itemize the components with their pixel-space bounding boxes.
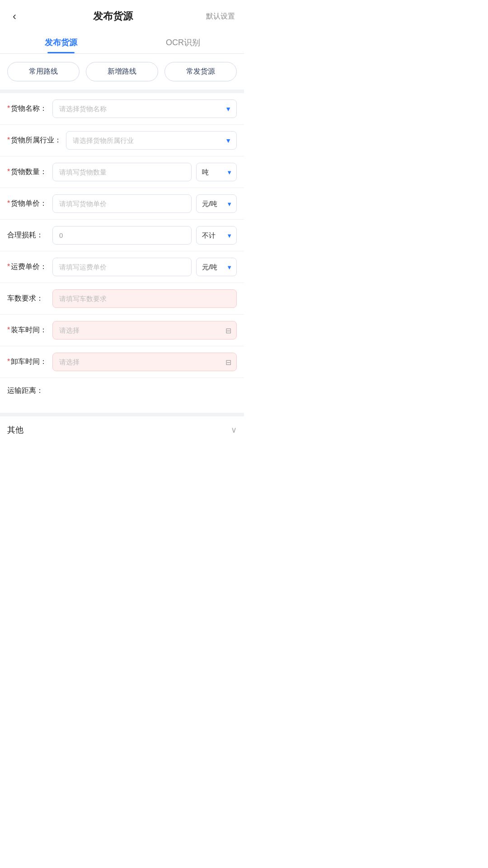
cargo-industry-label: *货物所属行业： — [7, 136, 61, 145]
transport-distance-label: 运输距离： — [7, 386, 48, 396]
cargo-quantity-input[interactable] — [52, 163, 192, 181]
load-time-label: *装车时间： — [7, 326, 48, 335]
freight-price-input-wrap — [52, 258, 192, 276]
cargo-quantity-row: *货物数量： 吨 件 箱 车 ▼ — [0, 156, 244, 188]
default-settings-button[interactable]: 默认设置 — [206, 12, 235, 21]
loss-input[interactable] — [52, 226, 192, 245]
cargo-price-input[interactable] — [52, 194, 192, 213]
back-button[interactable]: ‹ — [9, 8, 20, 24]
cargo-name-input-wrap: ▼ — [52, 99, 237, 118]
loss-label: 合理损耗： — [7, 231, 48, 240]
cargo-industry-input[interactable] — [66, 131, 237, 150]
header: ‹ 发布货源 默认设置 — [0, 0, 244, 30]
loss-row: 合理损耗： 不计 % 吨 ▼ — [0, 220, 244, 251]
cargo-industry-input-wrap: ▼ — [66, 131, 237, 150]
tab-publish[interactable]: 发布货源 — [0, 30, 122, 53]
freight-price-unit-wrap: 元/吨 元/件 元/车 ▼ — [196, 258, 237, 276]
cargo-quantity-unit-wrap: 吨 件 箱 车 ▼ — [196, 163, 237, 181]
loss-unit-select[interactable]: 不计 % 吨 — [196, 226, 237, 245]
car-count-input[interactable] — [52, 289, 237, 308]
cargo-price-label: *货物单价： — [7, 199, 48, 208]
freight-price-input[interactable] — [52, 258, 192, 276]
car-count-label: 车数要求： — [7, 294, 48, 303]
loss-input-wrap — [52, 226, 192, 245]
cargo-name-input[interactable] — [52, 99, 237, 118]
other-section-label: 其他 — [7, 425, 23, 435]
transport-distance-row: 运输距离： — [0, 378, 244, 404]
other-section-chevron-icon: ∨ — [231, 425, 237, 435]
freight-price-label: *运费单价： — [7, 262, 48, 272]
tab-bar: 发布货源 OCR识别 — [0, 30, 244, 54]
car-count-input-wrap — [52, 289, 237, 308]
cargo-quantity-label: *货物数量： — [7, 167, 48, 177]
loss-unit-wrap: 不计 % 吨 ▼ — [196, 226, 237, 245]
load-time-input[interactable] — [52, 321, 237, 340]
cargo-price-unit-wrap: 元/吨 元/件 元/箱 ▼ — [196, 194, 237, 213]
cargo-quantity-input-wrap — [52, 163, 192, 181]
form-body: *货物名称： ▼ *货物所属行业： ▼ *货物数量： 吨 件 箱 车 — [0, 93, 244, 413]
load-time-input-wrap: ⊟ — [52, 321, 237, 340]
other-section[interactable]: 其他 ∨ — [0, 413, 244, 443]
new-route-button[interactable]: 新增路线 — [86, 62, 158, 81]
cargo-price-row: *货物单价： 元/吨 元/件 元/箱 ▼ — [0, 188, 244, 220]
common-cargo-button[interactable]: 常发货源 — [164, 62, 237, 81]
cargo-price-input-wrap — [52, 194, 192, 213]
cargo-price-unit-select[interactable]: 元/吨 元/件 元/箱 — [196, 194, 237, 213]
load-time-row: *装车时间： ⊟ — [0, 315, 244, 346]
unload-time-label: *卸车时间： — [7, 357, 48, 367]
freight-price-row: *运费单价： 元/吨 元/件 元/车 ▼ — [0, 251, 244, 283]
unload-time-input[interactable] — [52, 353, 237, 371]
freight-price-unit-select[interactable]: 元/吨 元/件 元/车 — [196, 258, 237, 276]
page-title: 发布货源 — [93, 9, 133, 23]
cargo-name-row: *货物名称： ▼ — [0, 93, 244, 125]
common-route-button[interactable]: 常用路线 — [7, 62, 80, 81]
tab-ocr[interactable]: OCR识别 — [122, 30, 244, 53]
cargo-name-label: *货物名称： — [7, 104, 48, 113]
cargo-quantity-unit-select[interactable]: 吨 件 箱 车 — [196, 163, 237, 181]
car-count-row: 车数要求： — [0, 283, 244, 315]
quick-buttons-bar: 常用路线 新增路线 常发货源 — [0, 54, 244, 93]
cargo-industry-row: *货物所属行业： ▼ — [0, 125, 244, 156]
unload-time-input-wrap: ⊟ — [52, 353, 237, 371]
unload-time-row: *卸车时间： ⊟ — [0, 346, 244, 378]
